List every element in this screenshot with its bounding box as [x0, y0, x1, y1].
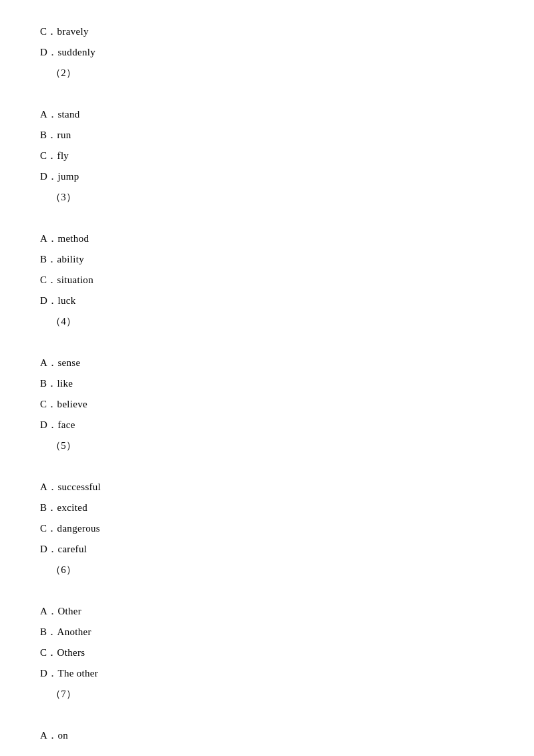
content-area: C．bravely D．suddenly （2） A．stand B．run C…: [40, 23, 494, 745]
blank7: [40, 706, 494, 724]
q3-label: （3）: [51, 188, 494, 206]
c-situation: C．situation: [40, 271, 494, 289]
c-bravely: C．bravely: [40, 23, 494, 41]
a-other: A．Other: [40, 602, 494, 620]
d-theother: D．The other: [40, 665, 494, 683]
b-like: B．like: [40, 375, 494, 393]
a-method: A．method: [40, 230, 494, 248]
q5-label: （5）: [51, 437, 494, 455]
q7-label: （7）: [51, 685, 494, 703]
blank5: [40, 457, 494, 476]
d-careful: D．careful: [40, 540, 494, 558]
a-successful: A．successful: [40, 478, 494, 496]
b-excited: B．excited: [40, 499, 494, 517]
c-believe: C．believe: [40, 395, 494, 413]
d-suddenly: D．suddenly: [40, 43, 494, 61]
c-fly: C．fly: [40, 147, 494, 165]
q6-label: （6）: [51, 561, 494, 579]
blank2: [40, 85, 494, 103]
a-on: A．on: [40, 727, 494, 745]
blank6: [40, 582, 494, 600]
b-ability: B．ability: [40, 250, 494, 268]
blank4: [40, 333, 494, 351]
q4-label: （4）: [51, 313, 494, 331]
c-dangerous: C．dangerous: [40, 520, 494, 538]
d-luck: D．luck: [40, 292, 494, 310]
b-run: B．run: [40, 126, 494, 144]
c-others: C．Others: [40, 644, 494, 662]
a-stand: A．stand: [40, 106, 494, 124]
d-jump: D．jump: [40, 168, 494, 186]
q2-label: （2）: [51, 64, 494, 82]
d-face: D．face: [40, 416, 494, 434]
a-sense: A．sense: [40, 354, 494, 372]
blank3: [40, 209, 494, 227]
b-another: B．Another: [40, 623, 494, 641]
